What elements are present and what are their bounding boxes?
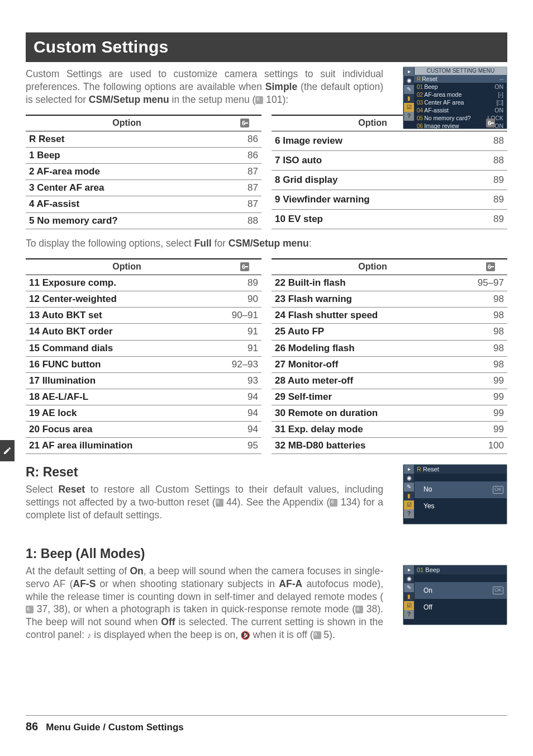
option-label: 3 Center AF area — [26, 180, 228, 196]
beep-afs: AF-S — [73, 578, 96, 589]
table-row: 20 Focus area94 — [26, 422, 261, 438]
retouch-tab-icon: ▮ — [404, 492, 414, 500]
col-option: Option — [272, 259, 474, 275]
table-row: 8 Grid display89 — [272, 170, 507, 190]
table-row: R Reset86 — [26, 131, 261, 148]
setup-tab-icon: ☑ — [404, 601, 414, 610]
ok-icon: OK — [493, 486, 503, 494]
option-page: 90 — [228, 291, 261, 308]
option-page: 99 — [474, 405, 507, 421]
option-label: 13 Auto BKT set — [26, 308, 228, 324]
page-footer: 86 Menu Guide / Custom Settings — [26, 715, 507, 734]
table-row: 21 AF area illumination95 — [26, 438, 261, 454]
option-page: 98 — [474, 308, 507, 324]
option-page: 98 — [474, 324, 507, 340]
lcd-reset-title: R Reset — [415, 465, 507, 474]
table-row: 11 Exposure comp.89 — [26, 275, 261, 291]
option-page: 87 — [228, 164, 261, 180]
table-row: 4 AF-assist87 — [26, 196, 261, 212]
heading-beep: 1: Beep (All Modes) — [26, 546, 507, 563]
lbl: Reset — [423, 466, 439, 472]
lcd-beep-off: Off — [415, 599, 507, 616]
option-page: 88 — [228, 212, 261, 229]
option-label: 11 Exposure comp. — [26, 275, 228, 291]
option-label: 31 Exp. delay mode — [272, 422, 474, 438]
txt: when it is off ( — [250, 629, 313, 640]
pencil-tab-icon: ✎ — [404, 483, 414, 492]
option-page: 88 — [474, 150, 507, 170]
option-page: 92–93 — [228, 356, 261, 372]
page-icon — [486, 262, 495, 271]
option-label: 21 AF area illumination — [26, 438, 228, 454]
table-row: 31 Exp. delay mode99 — [272, 422, 507, 438]
txt: Select — [26, 484, 58, 495]
lcd-title: CUSTOM SETTING MENU — [415, 67, 507, 75]
option-label: 24 Flash shutter speed — [272, 308, 474, 324]
page-icon — [240, 119, 249, 127]
table-row: 16 FUNC button92–93 — [26, 356, 261, 372]
table-row: 30 Remote on duration99 — [272, 405, 507, 421]
option-label: 20 Focus area — [26, 422, 228, 438]
table-row: 29 Self-timer99 — [272, 389, 507, 405]
table-row: 26 Modeling flash98 — [272, 340, 507, 356]
table-row: 9 Viewfinder warning89 — [272, 190, 507, 209]
option-label: 23 Flash warning — [272, 291, 474, 308]
page-icon — [240, 262, 249, 271]
intro-csm: CSM/Setup menu — [89, 94, 169, 105]
table-row: 5 No memory card?88 — [26, 212, 261, 229]
option-page: 86 — [228, 148, 261, 164]
lcd-row: RReset-- — [403, 75, 507, 83]
option-page: 89 — [474, 190, 507, 209]
lcd-reset-yes: Yes — [415, 498, 507, 515]
play-tab-icon: ▸ — [404, 565, 414, 574]
option-label: 5 No memory card? — [26, 212, 228, 229]
option-page: 91 — [228, 324, 261, 340]
help-tab-icon: ? — [404, 610, 414, 619]
option-page: 100 — [474, 438, 507, 454]
lcd-beep-on: OnOK — [415, 582, 507, 599]
option-label: 14 Auto BKT order — [26, 324, 228, 340]
col-page-icon — [228, 259, 261, 275]
setup-tab-icon: ☑ — [404, 500, 414, 509]
option-label: 4 AF-assist — [26, 196, 228, 212]
option-page: 86 — [228, 131, 261, 148]
option-label: 28 Auto meter-off — [272, 372, 474, 389]
option-page: 99 — [474, 389, 507, 405]
option-page: 98 — [474, 356, 507, 372]
option-label: 30 Remote on duration — [272, 405, 474, 421]
page-ref-icon — [330, 499, 337, 507]
txt: 5). — [321, 629, 335, 640]
pencil-tab-icon: ✎ — [404, 85, 414, 94]
beep-body: At the default setting of On, a beep wil… — [26, 565, 383, 641]
midline-text: : — [309, 238, 312, 249]
setup-tab-icon: ☑ — [404, 103, 414, 112]
option-page: 98 — [474, 340, 507, 356]
table-row: 15 Command dials91 — [26, 340, 261, 356]
side-margin-pencil-icon — [0, 440, 15, 461]
lbl: Off — [423, 603, 432, 612]
option-label: 9 Viewfinder warning — [272, 190, 474, 209]
option-label: 8 Grid display — [272, 170, 474, 190]
retouch-tab-icon: ▮ — [404, 94, 414, 103]
option-page: 94 — [228, 422, 261, 438]
page-ref-icon — [216, 499, 223, 507]
table-row: 28 Auto meter-off99 — [272, 372, 507, 389]
option-label: 10 EV step — [272, 209, 474, 229]
txt: 37, 38), or when a photograph is taken i… — [34, 603, 355, 615]
table-row: 24 Flash shutter speed98 — [272, 308, 507, 324]
midline: To display the following options, select… — [26, 237, 507, 250]
help-tab-icon: ? — [404, 112, 414, 121]
option-label: 25 Auto FP — [272, 324, 474, 340]
table-row: 27 Monitor-off98 — [272, 356, 507, 372]
table-row: 18 AE-L/AF-L94 — [26, 389, 261, 405]
option-page: 89 — [474, 209, 507, 229]
beep-on: On — [130, 565, 143, 577]
option-page: 88 — [474, 131, 507, 151]
full-options-tables: Option 11 Exposure comp.8912 Center-weig… — [26, 258, 507, 454]
option-label: 15 Command dials — [26, 340, 228, 356]
play-tab-icon: ▸ — [404, 67, 414, 76]
num: 01 — [417, 566, 423, 573]
camera-tab-icon: ◉ — [404, 574, 414, 583]
page-title: Custom Settings — [26, 32, 507, 62]
play-tab-icon: ▸ — [404, 465, 414, 474]
